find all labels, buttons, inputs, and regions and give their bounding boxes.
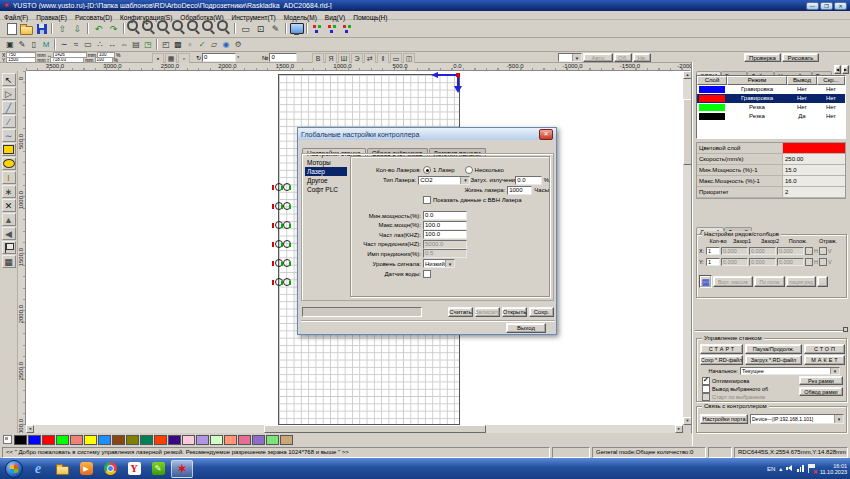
save-button[interactable]: Сохр. (529, 307, 554, 317)
gear-icon[interactable]: ⚙ (232, 39, 244, 50)
water-sensor-checkbox[interactable] (423, 270, 431, 278)
palette-color-1[interactable] (14, 435, 27, 445)
palette-color-2[interactable] (28, 435, 41, 445)
mirror-h-checkbox[interactable] (805, 258, 813, 266)
measure-icon[interactable]: ▯ (28, 39, 40, 50)
select-tool-icon[interactable]: ↖ (2, 73, 16, 86)
optimize-checkbox[interactable]: Оптимизирова (702, 377, 749, 385)
zoom-window-icon[interactable] (157, 22, 172, 36)
scroll-right-icon[interactable]: ► (675, 425, 683, 433)
horizontal-scroll-thumb[interactable] (264, 425, 486, 433)
skew-icon[interactable]: ▱ (208, 39, 220, 50)
network-icon[interactable] (797, 465, 804, 472)
output-selected-checkbox[interactable]: Вывод выбранного об (702, 385, 768, 393)
array-preview-icon[interactable]: ▦ (699, 275, 712, 288)
head-select[interactable]: ▾ (558, 53, 582, 62)
tray-expand-icon[interactable]: ▴ (779, 465, 782, 472)
text-mark-icon[interactable]: M (40, 39, 52, 50)
dialog-category-4[interactable]: Софт PLC (305, 185, 347, 194)
port-settings-button[interactable]: Настройки порта (700, 414, 748, 424)
group-icon[interactable]: ◰ (160, 39, 172, 50)
draw-button[interactable]: Рисовать (782, 53, 819, 62)
palette-color-4[interactable] (56, 435, 69, 445)
mirror-h-icon[interactable]: ▲ (2, 213, 16, 226)
palette-color-17[interactable] (238, 435, 251, 445)
color-separation-3-icon[interactable] (340, 22, 355, 36)
palette-color-19[interactable] (266, 435, 279, 445)
redo-icon[interactable]: ↷ (106, 22, 121, 36)
stretch-v-icon[interactable]: ⇔ (118, 39, 130, 50)
clock[interactable]: 16:01 11.10.2023 (820, 463, 847, 475)
dialog-category-3[interactable]: Другое (305, 176, 347, 185)
double-check-icon[interactable]: ✓ (196, 39, 208, 50)
zoom-previous-icon[interactable] (172, 22, 187, 36)
start-button[interactable]: СТАРТ (700, 344, 743, 354)
palette-color-3[interactable] (42, 435, 55, 445)
zoom-out-icon[interactable] (127, 22, 142, 36)
notes-icon[interactable]: ✎ (147, 460, 169, 478)
open-button[interactable]: Открыть (502, 307, 527, 317)
save-rd-file-button[interactable]: Сохр *.RD-файл (700, 355, 743, 365)
media-player-icon[interactable]: ▶ (75, 460, 97, 478)
mirror-v-icon[interactable]: ◀ (2, 227, 16, 240)
dialog-title-bar[interactable]: Глобальные настройки контроллера ✕ (298, 128, 556, 140)
ie-icon[interactable]: e (27, 460, 49, 478)
undo-icon[interactable]: ↶ (91, 22, 106, 36)
pause-resume-button[interactable]: Пауза/Продолж. (745, 344, 802, 354)
ellipse-tool-icon[interactable] (2, 157, 16, 170)
dialog-category-2[interactable]: Лазер (305, 167, 347, 176)
splitter-handle[interactable] (843, 327, 848, 332)
one-laser-radio[interactable] (423, 166, 431, 174)
mirror-v-checkbox[interactable] (819, 258, 827, 266)
prop-value[interactable]: 250.00 (783, 154, 845, 164)
start-position-select[interactable]: Текущее ▾ (740, 367, 840, 375)
stretch-h-icon[interactable]: ↔ (106, 39, 118, 50)
palette-color-12[interactable] (168, 435, 181, 445)
open-file-icon[interactable] (19, 22, 34, 36)
palette-color-13[interactable] (182, 435, 195, 445)
attenuation-input[interactable]: 0.0 (515, 176, 541, 185)
load-rd-file-button[interactable]: Загруз *.RD-файл (745, 355, 802, 365)
scroll-down-icon[interactable]: ▼ (683, 417, 692, 425)
prop-value[interactable]: 2 (783, 187, 845, 197)
outline-rect-icon[interactable]: ▭ (82, 39, 94, 50)
palette-color-9[interactable] (126, 435, 139, 445)
smooth-curve-icon[interactable]: ∼ (58, 39, 70, 50)
yandex-icon[interactable]: Y (123, 460, 145, 478)
palette-color-10[interactable] (140, 435, 153, 445)
field-input[interactable]: 0.0 (423, 211, 467, 220)
zoom-all-icon[interactable] (187, 22, 202, 36)
palette-color-7[interactable] (98, 435, 111, 445)
draw-pen-icon[interactable]: ✎ (16, 39, 28, 50)
pick-point-icon[interactable]: ⊡ (253, 22, 268, 36)
halftone-icon[interactable]: ▦ (2, 255, 16, 268)
horizontal-scrollbar[interactable]: ◄ ► (26, 425, 683, 433)
dialog-category-1[interactable]: Моторы (305, 158, 347, 167)
exit-button[interactable]: Выход (506, 323, 546, 333)
marquee-icon[interactable]: ▫ (184, 39, 196, 50)
import-icon[interactable]: ⇧ (55, 22, 70, 36)
vertical-scrollbar[interactable]: ▲ ▼ (683, 71, 692, 425)
stop-button[interactable]: СТОП (804, 344, 845, 354)
optimize-checkbox[interactable] (702, 377, 710, 385)
cut-frame-button[interactable]: Рез рамки (799, 376, 843, 385)
star-tool-icon[interactable]: ∗ (2, 185, 16, 198)
select-frame-icon[interactable]: ▭ (238, 22, 253, 36)
text-tool-icon[interactable]: I (2, 171, 16, 184)
color-separation-2-icon[interactable] (325, 22, 340, 36)
chrome-icon[interactable] (99, 460, 121, 478)
line-tool-icon[interactable]: ╱ (2, 101, 16, 114)
mirror-h-checkbox[interactable] (805, 247, 813, 255)
maximize-button[interactable]: ❐ (820, 2, 833, 10)
read-button[interactable]: Считать (448, 307, 473, 317)
palette-color-14[interactable] (196, 435, 209, 445)
palette-color-8[interactable] (112, 435, 125, 445)
scroll-up-icon[interactable]: ▲ (683, 71, 692, 79)
volume-icon[interactable] (786, 465, 793, 472)
prop-value[interactable]: 15.0 (783, 165, 845, 175)
layer-row[interactable]: ГравировкаНетНет (697, 85, 845, 94)
trace-frame-button[interactable]: Обвод рамки (799, 387, 843, 396)
field-input[interactable]: 100.0 (423, 221, 467, 230)
action-center-flag-icon[interactable]: ✕ (808, 464, 816, 473)
zoom-page-icon[interactable] (202, 22, 217, 36)
